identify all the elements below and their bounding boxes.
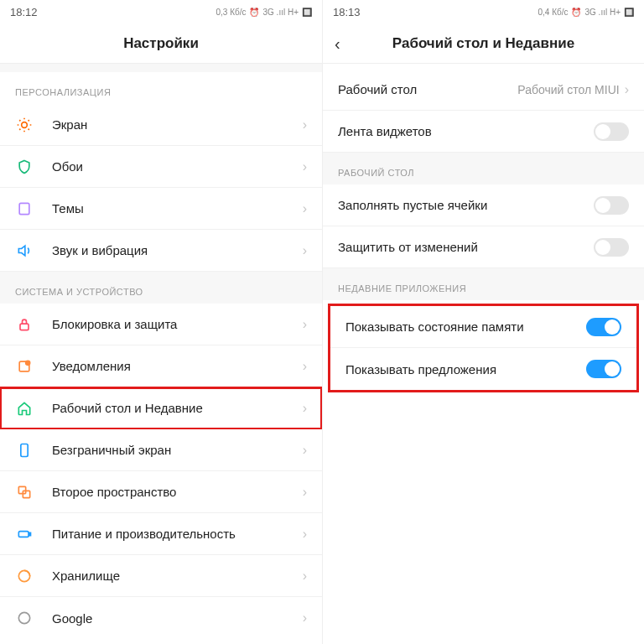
row-label: Звук и вибрация	[52, 243, 303, 257]
chevron-right-icon: ›	[303, 117, 307, 132]
row-home-recents[interactable]: Рабочий стол и Недавние ›	[0, 387, 322, 429]
row-label: Темы	[52, 201, 303, 216]
titlebar: ‹ Рабочий стол и Недавние	[323, 23, 644, 64]
chevron-right-icon: ›	[303, 359, 307, 374]
toggle-suggestions[interactable]	[586, 360, 621, 378]
chevron-right-icon: ›	[303, 443, 307, 458]
section-header-desktop: РАБОЧИЙ СТОЛ	[323, 153, 644, 184]
row-label: Экран	[52, 117, 303, 132]
screen-settings: 18:12 0,3 Кб/с ⏰ 3G .ııl H+ 🔲 Настройки …	[0, 0, 322, 644]
chevron-right-icon: ›	[303, 243, 307, 258]
row-launcher[interactable]: Рабочий стол Рабочий стол MIUI ›	[323, 69, 644, 111]
chevron-right-icon: ›	[625, 82, 629, 97]
row-label: Питание и производительность	[52, 527, 303, 541]
svg-rect-1	[19, 203, 29, 214]
chevron-right-icon: ›	[303, 317, 307, 332]
row-sound[interactable]: Звук и вибрация ›	[0, 230, 322, 272]
row-wallpaper[interactable]: Обои ›	[0, 146, 322, 188]
chevron-right-icon: ›	[303, 569, 307, 584]
section-header-personalization: ПЕРСОНАЛИЗАЦИЯ	[0, 72, 322, 104]
toggle-memory[interactable]	[586, 318, 621, 336]
row-storage[interactable]: Хранилище ›	[0, 555, 322, 597]
row-label: Google	[52, 611, 303, 626]
chevron-right-icon: ›	[303, 527, 307, 542]
notif-icon	[15, 357, 34, 376]
phone-icon	[15, 441, 34, 460]
svg-point-4	[26, 361, 30, 365]
row-label: Лента виджетов	[338, 124, 594, 138]
status-time: 18:12	[10, 6, 38, 18]
row-label: Показывать предложения	[345, 362, 586, 377]
section-header-recents: НЕДАВНИЕ ПРИЛОЖЕНИЯ	[323, 268, 644, 300]
section-header-system: СИСТЕМА И УСТРОЙСТВО	[0, 272, 322, 304]
row-battery[interactable]: Питание и производительность ›	[0, 513, 322, 555]
page-title: Рабочий стол и Недавние	[392, 35, 574, 52]
lock-icon	[15, 315, 34, 334]
row-label: Безграничный экран	[52, 443, 303, 457]
row-label: Показывать состояние памяти	[345, 319, 586, 334]
status-indicators: 0,3 Кб/с ⏰ 3G .ııl H+ 🔲	[216, 8, 312, 17]
chevron-right-icon: ›	[303, 485, 307, 500]
titlebar: Настройки	[0, 23, 322, 64]
storage-icon	[15, 567, 34, 585]
toggle-protect[interactable]	[594, 238, 629, 257]
home-icon	[15, 399, 34, 418]
svg-rect-2	[20, 324, 29, 330]
highlighted-block: Показывать состояние памяти Показывать п…	[328, 304, 639, 392]
row-label: Второе пространство	[52, 485, 303, 499]
screen-home-recents: 18:13 0,4 Кб/с ⏰ 3G .ııl H+ 🔲 ‹ Рабочий …	[322, 0, 644, 644]
row-google[interactable]: Google ›	[0, 597, 322, 639]
row-protect[interactable]: Защитить от изменений	[323, 226, 644, 268]
sun-icon	[15, 116, 34, 134]
row-label: Уведомления	[52, 359, 303, 373]
svg-point-11	[18, 612, 29, 623]
status-time: 18:13	[333, 6, 361, 18]
row-label: Защитить от изменений	[338, 240, 594, 254]
row-second-space[interactable]: Второе пространство ›	[0, 471, 322, 513]
battery-icon	[15, 525, 34, 543]
row-label: Хранилище	[52, 569, 303, 583]
row-screen[interactable]: Экран ›	[0, 104, 322, 146]
row-fullscreen[interactable]: Безграничный экран ›	[0, 429, 322, 471]
svg-rect-9	[29, 532, 31, 535]
row-label: Блокировка и защита	[52, 317, 303, 331]
statusbar: 18:13 0,4 Кб/с ⏰ 3G .ııl H+ 🔲	[323, 0, 644, 23]
svg-rect-8	[18, 531, 29, 537]
chevron-right-icon: ›	[303, 201, 307, 216]
shield-icon	[15, 158, 34, 176]
row-label: Заполнять пустые ячейки	[338, 198, 594, 212]
dual-icon	[15, 483, 34, 501]
row-themes[interactable]: Темы ›	[0, 188, 322, 230]
sound-icon	[15, 242, 34, 260]
google-icon	[15, 609, 34, 627]
toggle-fill-cells[interactable]	[594, 196, 629, 215]
row-value: Рабочий стол MIUI	[517, 83, 619, 96]
row-lock[interactable]: Блокировка и защита ›	[0, 304, 322, 345]
row-label: Рабочий стол	[338, 82, 517, 96]
row-suggestions[interactable]: Показывать предложения	[330, 348, 636, 390]
row-label: Рабочий стол и Недавние	[52, 401, 303, 415]
row-fill-cells[interactable]: Заполнять пустые ячейки	[323, 184, 644, 226]
statusbar: 18:12 0,3 Кб/с ⏰ 3G .ııl H+ 🔲	[0, 0, 322, 23]
row-widgets-feed[interactable]: Лента виджетов	[323, 111, 644, 153]
row-label: Обои	[52, 159, 303, 174]
row-memory-status[interactable]: Показывать состояние памяти	[330, 306, 636, 348]
chevron-right-icon: ›	[303, 610, 307, 626]
back-button[interactable]: ‹	[335, 34, 340, 53]
row-notifications[interactable]: Уведомления ›	[0, 345, 322, 387]
page-title: Настройки	[123, 35, 199, 52]
chevron-right-icon: ›	[303, 159, 307, 174]
svg-rect-5	[21, 444, 28, 456]
svg-point-0	[22, 122, 28, 127]
status-indicators: 0,4 Кб/с ⏰ 3G .ııl H+ 🔲	[538, 8, 634, 17]
card-icon	[15, 200, 34, 218]
chevron-right-icon: ›	[303, 401, 307, 416]
toggle-widgets[interactable]	[594, 122, 629, 141]
